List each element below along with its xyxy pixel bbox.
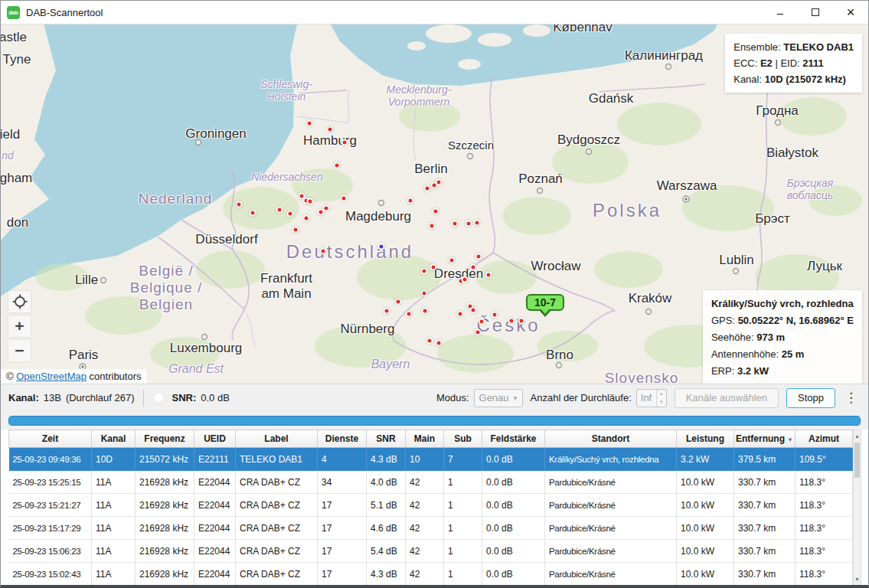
scroll-down-icon[interactable]: ▼: [854, 573, 861, 585]
table-cell: Pardubice/Krásné: [545, 563, 677, 586]
transmitter-dot[interactable]: [518, 318, 525, 325]
transmitter-dot[interactable]: [426, 338, 433, 345]
transmitter-dot[interactable]: [424, 185, 431, 192]
transmitter-dot[interactable]: [341, 195, 348, 202]
transmitter-dot[interactable]: [384, 308, 390, 315]
table-cell: 4.3 dB: [367, 448, 406, 471]
transmitter-dot[interactable]: [436, 340, 443, 347]
transmitter-dot[interactable]: [430, 264, 437, 271]
table-cell: 330.7 km: [734, 563, 795, 586]
transmitter-dot[interactable]: [457, 311, 464, 318]
transmitter-dot[interactable]: [449, 257, 456, 264]
table-cell: 10.0 kW: [677, 494, 734, 517]
column-header[interactable]: Label: [236, 430, 318, 448]
transmitter-dot[interactable]: [508, 318, 515, 325]
transmitter-dot[interactable]: [452, 220, 459, 227]
overflow-menu-icon[interactable]: ⋮: [841, 390, 861, 406]
transmitter-dot[interactable]: [475, 329, 482, 336]
transmitter-dot[interactable]: [407, 198, 414, 204]
transmitter-dot[interactable]: [341, 139, 348, 146]
info-line: Antennenhöhe: 25 m: [711, 346, 854, 363]
spin-up-icon[interactable]: ▴: [657, 390, 666, 398]
transmitter-dot[interactable]: [236, 201, 243, 208]
kanal-label: Kanal:: [8, 392, 39, 403]
scrollbar-thumb[interactable]: [854, 443, 860, 478]
transmitter-dot[interactable]: [306, 120, 313, 127]
transmitter-dot[interactable]: [421, 268, 428, 275]
close-icon[interactable]: ×: [833, 1, 868, 24]
spin-down-icon[interactable]: ▾: [657, 398, 666, 407]
table-row[interactable]: 25-09-23 15:17:2911A216928 kHzE22044CRA …: [9, 517, 853, 540]
transmitter-dot[interactable]: [479, 318, 485, 325]
column-header[interactable]: Sub: [444, 430, 482, 448]
transmitter-dot[interactable]: [320, 248, 327, 255]
locate-button[interactable]: [8, 291, 31, 312]
transmitter-dot[interactable]: [462, 276, 469, 283]
transmitter-dot[interactable]: [485, 272, 492, 279]
transmitter-dot[interactable]: [303, 215, 310, 222]
transmitter-dot[interactable]: [406, 311, 413, 318]
transmitter-dot[interactable]: [334, 162, 341, 169]
table-cell: 3.2 kW: [677, 448, 734, 471]
channel-callout-text: 10-7: [534, 296, 556, 309]
maximize-icon[interactable]: [798, 1, 833, 24]
column-header[interactable]: Main: [406, 430, 444, 448]
transmitter-dot[interactable]: [276, 207, 283, 214]
transmitter-dot[interactable]: [287, 211, 294, 217]
column-header[interactable]: Azimut: [795, 430, 853, 448]
transmitter-dot[interactable]: [422, 308, 429, 315]
transmitter-dot[interactable]: [395, 299, 402, 305]
column-header[interactable]: Feldstärke: [482, 430, 545, 448]
table-cell: 11A: [92, 517, 136, 540]
transmitter-dot[interactable]: [436, 179, 443, 186]
transmitter-dot[interactable]: [475, 253, 482, 260]
transmitter-dot[interactable]: [250, 210, 256, 217]
table-cell: 10.0 kW: [677, 471, 734, 494]
modus-select[interactable]: Genau▾: [474, 389, 523, 407]
kanaele-auswaehlen-button[interactable]: Kanäle auswählen: [675, 388, 779, 408]
column-header[interactable]: Kanal: [92, 430, 136, 448]
transmitter-dot[interactable]: [421, 290, 428, 297]
kanal-value: 13B: [44, 392, 61, 403]
openstreetmap-link[interactable]: OpenStreetMap: [16, 371, 87, 382]
stopp-button[interactable]: Stopp: [786, 388, 835, 408]
column-header[interactable]: Standort: [545, 430, 677, 448]
transmitter-dot[interactable]: [470, 307, 477, 314]
zoom-out-button[interactable]: −: [8, 340, 31, 361]
transmitter-dot[interactable]: [292, 227, 299, 234]
column-header[interactable]: SNR: [367, 430, 406, 448]
column-header[interactable]: Dienste: [318, 430, 367, 448]
transmitter-dot[interactable]: [470, 264, 477, 271]
table-cell: 25-09-23 15:25:15: [9, 471, 92, 494]
table-row[interactable]: 25-09-23 15:06:2311A216928 kHzE22044CRA …: [9, 540, 853, 563]
column-header[interactable]: Entfernung▼: [734, 430, 795, 448]
transmitter-dot[interactable]: [327, 126, 334, 133]
table-cell: 17: [318, 563, 367, 586]
table-row[interactable]: 25-09-23 15:21:2711A216928 kHzE22044CRA …: [9, 494, 853, 517]
title-bar: dab DAB-Scannertool – ×: [1, 1, 868, 24]
zoom-in-button[interactable]: +: [8, 315, 31, 337]
column-header[interactable]: Zeit: [9, 430, 92, 448]
table-scrollbar[interactable]: ▲ ▼: [853, 430, 861, 586]
transmitter-dot[interactable]: [466, 220, 472, 227]
table-row[interactable]: 25-09-23 15:25:1511A216928 kHzE22044CRA …: [9, 471, 853, 494]
transmitter-dot[interactable]: [433, 208, 439, 215]
transmitter-dot[interactable]: [323, 205, 330, 212]
map-canvas[interactable]: KøbenhavastleTyneieldndghamdonGroningenH…: [1, 24, 868, 384]
transmitter-dot[interactable]: [474, 220, 481, 227]
table-row[interactable]: 25-09-23 15:02:4311A216928 kHzE22044CRA …: [9, 563, 853, 586]
column-header[interactable]: Leistung: [677, 430, 734, 448]
transmitter-dot[interactable]: [429, 223, 436, 230]
table-cell: 17: [318, 494, 367, 517]
table-row[interactable]: 25-09-23 09:49:3610D215072 kHzE22111TELE…: [9, 448, 853, 471]
transmitter-dot[interactable]: [492, 312, 498, 318]
minimize-icon[interactable]: –: [763, 1, 798, 24]
scroll-up-icon[interactable]: ▲: [854, 430, 861, 442]
anzahl-durchlaeufe-spinbox[interactable]: Inf ▴▾: [636, 389, 667, 407]
scan-toolbar: Kanal: 13B (Durchlauf 267) SNR: 0.0 dB M…: [1, 384, 868, 411]
column-header[interactable]: Frequenz: [136, 430, 194, 448]
scan-progress-fill: [9, 416, 860, 425]
transmitter-dot[interactable]: [307, 198, 314, 205]
column-header[interactable]: UEID: [194, 430, 236, 448]
channel-callout[interactable]: 10-7: [526, 294, 564, 311]
